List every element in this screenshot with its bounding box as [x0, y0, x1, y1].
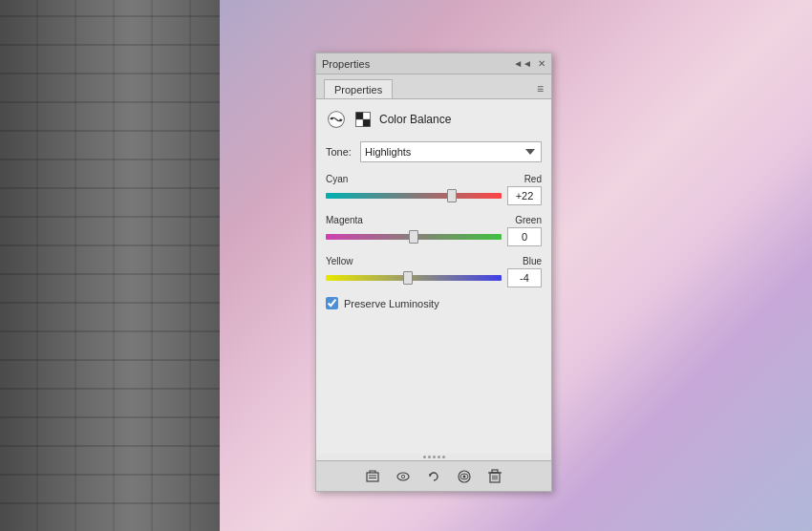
adjustment-title: Color Balance	[379, 113, 451, 126]
tab-bar: Properties ≡	[316, 74, 551, 99]
svg-point-3	[339, 119, 342, 122]
castle-tower	[0, 0, 220, 531]
color-balance-icon	[326, 109, 347, 130]
magenta-green-thumb[interactable]	[409, 230, 418, 244]
yellow-blue-track-container[interactable]	[326, 270, 502, 286]
green-label: Green	[515, 215, 542, 225]
yellow-blue-value[interactable]	[507, 268, 542, 287]
tone-row: Tone: Shadows Midtones Highlights	[326, 141, 542, 162]
svg-rect-5	[356, 113, 363, 119]
magenta-green-track-container[interactable]	[326, 229, 502, 244]
titlebar-right: ◄◄ ✕	[513, 59, 545, 69]
magenta-label: Magenta	[326, 215, 363, 225]
cyan-red-labels: Cyan Red	[326, 174, 542, 184]
properties-tab[interactable]: Properties	[324, 79, 393, 98]
close-button[interactable]: ✕	[538, 59, 545, 69]
scroll-dot-3	[433, 456, 436, 458]
adjustment-header: Color Balance	[326, 109, 542, 130]
preserve-luminosity-label: Preserve Luminosity	[344, 298, 439, 309]
svg-rect-21	[492, 470, 498, 473]
layer-icon	[353, 109, 374, 130]
magenta-green-labels: Magenta Green	[326, 215, 542, 225]
preserve-luminosity-row: Preserve Luminosity	[326, 297, 542, 309]
cyan-red-group: Cyan Red	[326, 174, 542, 205]
cyan-red-value[interactable]	[507, 186, 542, 205]
yellow-label: Yellow	[326, 256, 353, 266]
svg-rect-6	[363, 119, 370, 126]
yellow-blue-group: Yellow Blue	[326, 256, 542, 287]
panel-title: Properties	[322, 58, 370, 70]
cyan-red-track-container[interactable]	[326, 188, 502, 203]
scroll-dot-5	[442, 456, 445, 458]
scroll-dot-4	[438, 456, 440, 458]
tab-menu-icon[interactable]: ≡	[537, 82, 544, 98]
yellow-blue-track	[326, 275, 502, 281]
cyan-red-thumb[interactable]	[447, 189, 457, 202]
svg-rect-7	[363, 113, 370, 119]
bottom-toolbar	[316, 460, 551, 491]
tone-select[interactable]: Shadows Midtones Highlights	[360, 141, 542, 162]
scroll-dot-1	[423, 456, 426, 458]
svg-point-18	[463, 475, 466, 478]
magenta-green-track	[326, 234, 502, 240]
delete-button[interactable]	[484, 466, 505, 487]
titlebar-left: Properties	[322, 58, 370, 70]
reset-button[interactable]	[423, 466, 444, 487]
scroll-indicator	[316, 454, 551, 460]
panel-content: Color Balance Tone: Shadows Midtones Hig…	[316, 99, 551, 454]
svg-rect-8	[356, 119, 363, 126]
cyan-red-track	[326, 193, 502, 199]
collapse-button[interactable]: ◄◄	[513, 59, 532, 69]
svg-point-2	[331, 117, 333, 120]
svg-point-14	[402, 476, 404, 478]
magenta-green-row	[326, 227, 542, 246]
yellow-blue-thumb[interactable]	[403, 271, 413, 285]
yellow-blue-row	[326, 268, 542, 287]
visibility-toggle-button[interactable]	[393, 466, 414, 487]
clip-to-layer-button[interactable]	[362, 466, 383, 487]
magenta-green-value[interactable]	[507, 227, 542, 246]
scroll-dot-2	[428, 456, 431, 458]
preserve-luminosity-checkbox[interactable]	[326, 297, 338, 309]
red-label: Red	[524, 174, 542, 184]
magenta-green-group: Magenta Green	[326, 215, 542, 246]
svg-rect-9	[367, 473, 378, 481]
titlebar: Properties ◄◄ ✕	[316, 53, 551, 74]
cyan-label: Cyan	[326, 174, 348, 184]
properties-panel: Properties ◄◄ ✕ Properties ≡	[315, 53, 552, 492]
tone-label: Tone:	[326, 146, 354, 158]
yellow-blue-labels: Yellow Blue	[326, 256, 542, 266]
cyan-red-row	[326, 186, 542, 205]
view-button[interactable]	[454, 466, 475, 487]
blue-label: Blue	[523, 256, 542, 266]
